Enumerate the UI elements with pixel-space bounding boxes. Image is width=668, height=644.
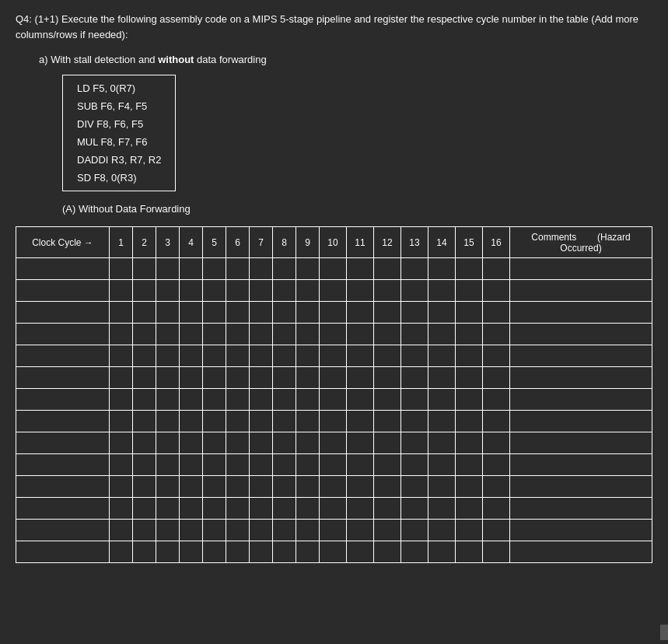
comments-cell[interactable] (510, 345, 652, 367)
cycle-cell[interactable] (110, 324, 133, 345)
cycle-cell[interactable] (483, 280, 510, 302)
cycle-cell[interactable] (133, 280, 156, 302)
cycle-cell[interactable] (226, 324, 250, 345)
cycle-cell[interactable] (483, 520, 510, 541)
comments-cell[interactable] (510, 258, 652, 280)
cycle-cell[interactable] (250, 432, 273, 454)
cycle-cell[interactable] (456, 345, 483, 367)
cycle-cell[interactable] (156, 367, 180, 389)
cycle-cell[interactable] (273, 476, 296, 498)
comments-cell[interactable] (510, 520, 652, 541)
cycle-cell[interactable] (133, 389, 156, 411)
cycle-cell[interactable] (401, 367, 428, 389)
cycle-cell[interactable] (180, 454, 203, 476)
cycle-cell[interactable] (156, 302, 180, 324)
cycle-cell[interactable] (110, 476, 133, 498)
cycle-cell[interactable] (273, 367, 296, 389)
cycle-cell[interactable] (273, 345, 296, 367)
cycle-cell[interactable] (401, 389, 428, 411)
cycle-cell[interactable] (296, 411, 320, 432)
comments-cell[interactable] (510, 389, 652, 411)
cycle-cell[interactable] (320, 367, 347, 389)
cycle-cell[interactable] (250, 324, 273, 345)
cycle-cell[interactable] (250, 476, 273, 498)
cycle-cell[interactable] (156, 324, 180, 345)
cycle-cell[interactable] (347, 432, 374, 454)
cycle-cell[interactable] (203, 476, 226, 498)
cycle-cell[interactable] (428, 476, 456, 498)
cycle-cell[interactable] (180, 367, 203, 389)
cycle-cell[interactable] (226, 432, 250, 454)
cycle-cell[interactable] (180, 432, 203, 454)
cycle-cell[interactable] (133, 520, 156, 541)
cycle-cell[interactable] (250, 280, 273, 302)
cycle-cell[interactable] (347, 367, 374, 389)
cycle-cell[interactable] (180, 258, 203, 280)
cycle-cell[interactable] (401, 454, 428, 476)
cycle-cell[interactable] (156, 476, 180, 498)
cycle-cell[interactable] (296, 389, 320, 411)
cycle-cell[interactable] (401, 258, 428, 280)
cycle-cell[interactable] (133, 498, 156, 520)
cycle-cell[interactable] (374, 258, 401, 280)
cycle-cell[interactable] (483, 454, 510, 476)
cycle-cell[interactable] (180, 498, 203, 520)
cycle-cell[interactable] (456, 476, 483, 498)
cycle-cell[interactable] (456, 258, 483, 280)
cycle-cell[interactable] (296, 432, 320, 454)
cycle-cell[interactable] (180, 324, 203, 345)
cycle-cell[interactable] (110, 411, 133, 432)
cycle-cell[interactable] (347, 498, 374, 520)
cycle-cell[interactable] (226, 411, 250, 432)
cycle-cell[interactable] (483, 541, 510, 563)
cycle-cell[interactable] (347, 476, 374, 498)
cycle-cell[interactable] (203, 389, 226, 411)
cycle-cell[interactable] (347, 389, 374, 411)
cycle-cell[interactable] (203, 520, 226, 541)
cycle-cell[interactable] (273, 302, 296, 324)
cycle-cell[interactable] (296, 302, 320, 324)
cycle-cell[interactable] (374, 345, 401, 367)
scrollbar[interactable] (660, 625, 668, 640)
cycle-cell[interactable] (203, 454, 226, 476)
cycle-cell[interactable] (374, 476, 401, 498)
cycle-cell[interactable] (320, 498, 347, 520)
cycle-cell[interactable] (428, 389, 456, 411)
cycle-cell[interactable] (203, 324, 226, 345)
instruction-cell[interactable] (16, 520, 110, 541)
instruction-cell[interactable] (16, 454, 110, 476)
instruction-cell[interactable] (16, 367, 110, 389)
instruction-cell[interactable] (16, 411, 110, 432)
comments-cell[interactable] (510, 498, 652, 520)
cycle-cell[interactable] (296, 454, 320, 476)
cycle-cell[interactable] (374, 498, 401, 520)
cycle-cell[interactable] (110, 389, 133, 411)
instruction-cell[interactable] (16, 302, 110, 324)
cycle-cell[interactable] (250, 454, 273, 476)
cycle-cell[interactable] (347, 258, 374, 280)
cycle-cell[interactable] (296, 476, 320, 498)
cycle-cell[interactable] (483, 302, 510, 324)
cycle-cell[interactable] (296, 520, 320, 541)
cycle-cell[interactable] (110, 280, 133, 302)
cycle-cell[interactable] (250, 498, 273, 520)
cycle-cell[interactable] (133, 367, 156, 389)
cycle-cell[interactable] (347, 324, 374, 345)
cycle-cell[interactable] (156, 432, 180, 454)
cycle-cell[interactable] (456, 541, 483, 563)
cycle-cell[interactable] (133, 345, 156, 367)
cycle-cell[interactable] (320, 520, 347, 541)
cycle-cell[interactable] (428, 302, 456, 324)
cycle-cell[interactable] (296, 280, 320, 302)
cycle-cell[interactable] (374, 302, 401, 324)
cycle-cell[interactable] (320, 411, 347, 432)
cycle-cell[interactable] (133, 541, 156, 563)
cycle-cell[interactable] (401, 411, 428, 432)
cycle-cell[interactable] (347, 280, 374, 302)
cycle-cell[interactable] (226, 302, 250, 324)
cycle-cell[interactable] (110, 498, 133, 520)
cycle-cell[interactable] (347, 520, 374, 541)
cycle-cell[interactable] (428, 520, 456, 541)
cycle-cell[interactable] (203, 345, 226, 367)
cycle-cell[interactable] (156, 258, 180, 280)
